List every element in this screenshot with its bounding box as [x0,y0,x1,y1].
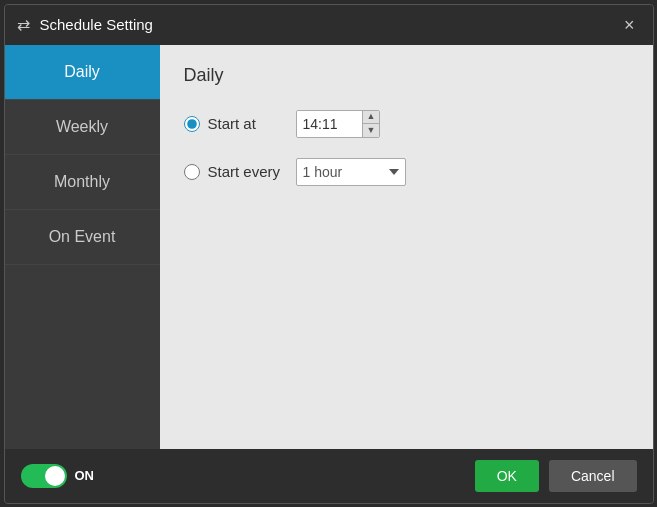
title-bar: ⇄ Schedule Setting × [5,5,653,45]
start-at-row: Start at ▲ ▼ [184,110,629,138]
time-spinners: ▲ ▼ [362,111,380,137]
title-bar-left: ⇄ Schedule Setting [17,15,153,34]
main-content: Daily Start at ▲ ▼ [160,45,653,449]
time-input[interactable] [297,111,362,137]
start-at-radio-label[interactable]: Start at [184,115,284,132]
close-button[interactable]: × [618,14,641,36]
time-input-wrapper: ▲ ▼ [296,110,381,138]
start-at-radio[interactable] [184,116,200,132]
schedule-dialog: ⇄ Schedule Setting × Daily Weekly Monthl… [4,4,654,504]
start-every-row: Start every 1 hour 2 hours 4 hours 6 hou… [184,158,629,186]
sidebar-item-on-event[interactable]: On Event [5,210,160,265]
footer-buttons: OK Cancel [475,460,637,492]
interval-dropdown[interactable]: 1 hour 2 hours 4 hours 6 hours 12 hours [296,158,406,186]
dialog-body: Daily Weekly Monthly On Event Daily Star… [5,45,653,449]
toggle-label: ON [75,468,95,483]
start-every-radio-label[interactable]: Start every [184,163,284,180]
sidebar-item-monthly[interactable]: Monthly [5,155,160,210]
dialog-title: Schedule Setting [40,16,153,33]
sidebar: Daily Weekly Monthly On Event [5,45,160,449]
dialog-icon: ⇄ [17,15,30,34]
on-off-toggle[interactable] [21,464,67,488]
ok-button[interactable]: OK [475,460,539,492]
cancel-button[interactable]: Cancel [549,460,637,492]
toggle-knob [45,466,65,486]
sidebar-item-daily[interactable]: Daily [5,45,160,100]
toggle-wrapper[interactable]: ON [21,464,95,488]
options-area: Start at ▲ ▼ Start every [184,110,629,186]
time-decrement-button[interactable]: ▼ [363,124,380,137]
sidebar-item-weekly[interactable]: Weekly [5,100,160,155]
time-increment-button[interactable]: ▲ [363,111,380,125]
start-every-radio[interactable] [184,164,200,180]
footer: ON OK Cancel [5,449,653,503]
content-title: Daily [184,65,629,86]
